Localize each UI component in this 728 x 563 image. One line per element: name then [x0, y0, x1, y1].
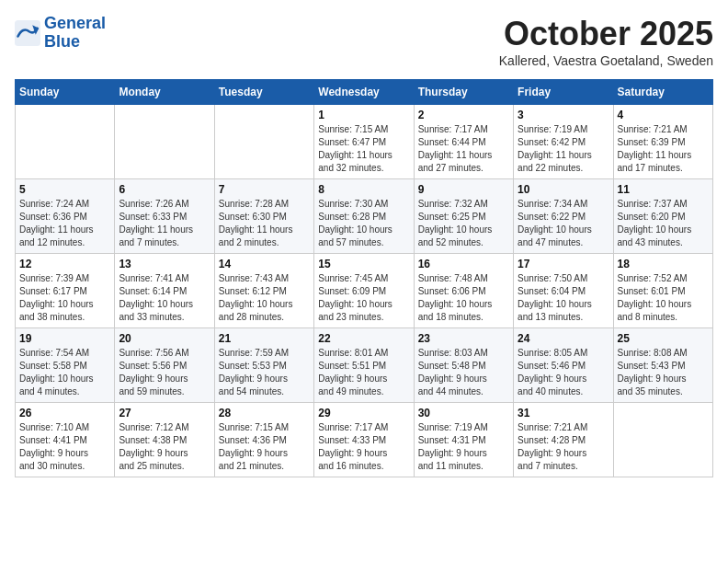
day-number: 9 [418, 183, 509, 196]
calendar-header-row: SundayMondayTuesdayWednesdayThursdayFrid… [16, 80, 713, 105]
day-detail: Sunrise: 7:39 AM Sunset: 6:17 PM Dayligh… [19, 272, 110, 324]
calendar-cell: 15Sunrise: 7:45 AM Sunset: 6:09 PM Dayli… [314, 254, 414, 328]
weekday-header-tuesday: Tuesday [214, 80, 313, 105]
day-detail: Sunrise: 7:32 AM Sunset: 6:25 PM Dayligh… [418, 198, 509, 249]
day-detail: Sunrise: 8:03 AM Sunset: 5:48 PM Dayligh… [418, 347, 509, 398]
day-number: 27 [119, 407, 210, 419]
calendar-cell: 3Sunrise: 7:19 AM Sunset: 6:42 PM Daylig… [514, 105, 613, 179]
calendar-cell: 12Sunrise: 7:39 AM Sunset: 6:17 PM Dayli… [16, 254, 115, 328]
day-detail: Sunrise: 7:21 AM Sunset: 6:39 PM Dayligh… [618, 123, 709, 175]
calendar-week-row: 12Sunrise: 7:39 AM Sunset: 6:17 PM Dayli… [16, 254, 713, 328]
day-detail: Sunrise: 7:48 AM Sunset: 6:06 PM Dayligh… [418, 272, 509, 324]
day-detail: Sunrise: 7:10 AM Sunset: 4:41 PM Dayligh… [19, 421, 110, 473]
day-number: 3 [518, 109, 609, 121]
day-detail: Sunrise: 7:50 AM Sunset: 6:04 PM Dayligh… [518, 272, 609, 324]
calendar-cell: 16Sunrise: 7:48 AM Sunset: 6:06 PM Dayli… [414, 254, 513, 328]
day-number: 1 [318, 109, 409, 121]
day-number: 28 [219, 407, 310, 419]
calendar-cell [214, 105, 313, 179]
calendar-cell: 13Sunrise: 7:41 AM Sunset: 6:14 PM Dayli… [115, 254, 214, 328]
calendar-cell: 1Sunrise: 7:15 AM Sunset: 6:47 PM Daylig… [314, 105, 414, 179]
weekday-header-thursday: Thursday [414, 80, 513, 105]
calendar-cell: 25Sunrise: 8:08 AM Sunset: 5:43 PM Dayli… [613, 328, 712, 403]
day-detail: Sunrise: 7:19 AM Sunset: 4:31 PM Dayligh… [418, 421, 509, 473]
title-block: October 2025 Kallered, Vaestra Goetaland… [499, 15, 713, 68]
day-detail: Sunrise: 7:34 AM Sunset: 6:22 PM Dayligh… [518, 198, 609, 249]
day-number: 11 [618, 183, 709, 196]
day-detail: Sunrise: 7:54 AM Sunset: 5:58 PM Dayligh… [19, 347, 110, 398]
day-detail: Sunrise: 7:28 AM Sunset: 6:30 PM Dayligh… [219, 198, 310, 249]
day-detail: Sunrise: 7:41 AM Sunset: 6:14 PM Dayligh… [119, 272, 210, 324]
calendar-cell: 19Sunrise: 7:54 AM Sunset: 5:58 PM Dayli… [16, 328, 115, 403]
day-number: 13 [119, 258, 210, 270]
day-detail: Sunrise: 7:19 AM Sunset: 6:42 PM Dayligh… [518, 123, 609, 175]
logo: General Blue [15, 15, 106, 52]
calendar-cell: 14Sunrise: 7:43 AM Sunset: 6:12 PM Dayli… [214, 254, 313, 328]
day-number: 23 [418, 332, 509, 345]
day-detail: Sunrise: 7:26 AM Sunset: 6:33 PM Dayligh… [119, 198, 210, 249]
calendar-cell [613, 403, 712, 477]
calendar-cell: 2Sunrise: 7:17 AM Sunset: 6:44 PM Daylig… [414, 105, 513, 179]
day-number: 21 [219, 332, 310, 345]
day-number: 6 [119, 183, 210, 196]
calendar-cell: 17Sunrise: 7:50 AM Sunset: 6:04 PM Dayli… [514, 254, 613, 328]
day-number: 30 [418, 407, 509, 419]
location-subtitle: Kallered, Vaestra Goetaland, Sweden [499, 53, 713, 68]
calendar-week-row: 5Sunrise: 7:24 AM Sunset: 6:36 PM Daylig… [16, 179, 713, 254]
day-number: 19 [19, 332, 110, 345]
calendar-cell: 8Sunrise: 7:30 AM Sunset: 6:28 PM Daylig… [314, 179, 414, 254]
calendar-table: SundayMondayTuesdayWednesdayThursdayFrid… [15, 79, 713, 477]
calendar-cell: 4Sunrise: 7:21 AM Sunset: 6:39 PM Daylig… [613, 105, 712, 179]
calendar-cell: 10Sunrise: 7:34 AM Sunset: 6:22 PM Dayli… [514, 179, 613, 254]
logo-text: General Blue [44, 15, 106, 52]
day-number: 14 [219, 258, 310, 270]
day-detail: Sunrise: 7:43 AM Sunset: 6:12 PM Dayligh… [219, 272, 310, 324]
day-number: 22 [318, 332, 409, 345]
calendar-cell: 18Sunrise: 7:52 AM Sunset: 6:01 PM Dayli… [613, 254, 712, 328]
day-number: 18 [618, 258, 709, 270]
month-title: October 2025 [499, 15, 713, 53]
day-number: 17 [518, 258, 609, 270]
calendar-week-row: 26Sunrise: 7:10 AM Sunset: 4:41 PM Dayli… [16, 403, 713, 477]
calendar-cell: 22Sunrise: 8:01 AM Sunset: 5:51 PM Dayli… [314, 328, 414, 403]
calendar-cell [115, 105, 214, 179]
day-number: 31 [518, 407, 609, 419]
day-detail: Sunrise: 7:17 AM Sunset: 6:44 PM Dayligh… [418, 123, 509, 175]
calendar-week-row: 1Sunrise: 7:15 AM Sunset: 6:47 PM Daylig… [16, 105, 713, 179]
day-detail: Sunrise: 7:15 AM Sunset: 6:47 PM Dayligh… [318, 123, 409, 175]
calendar-cell: 6Sunrise: 7:26 AM Sunset: 6:33 PM Daylig… [115, 179, 214, 254]
day-number: 20 [119, 332, 210, 345]
calendar-cell: 26Sunrise: 7:10 AM Sunset: 4:41 PM Dayli… [16, 403, 115, 477]
day-detail: Sunrise: 7:56 AM Sunset: 5:56 PM Dayligh… [119, 347, 210, 398]
day-number: 4 [618, 109, 709, 121]
calendar-cell: 11Sunrise: 7:37 AM Sunset: 6:20 PM Dayli… [613, 179, 712, 254]
day-number: 12 [19, 258, 110, 270]
day-detail: Sunrise: 7:52 AM Sunset: 6:01 PM Dayligh… [618, 272, 709, 324]
day-detail: Sunrise: 7:45 AM Sunset: 6:09 PM Dayligh… [318, 272, 409, 324]
weekday-header-wednesday: Wednesday [314, 80, 414, 105]
day-number: 15 [318, 258, 409, 270]
page-header: General Blue October 2025 Kallered, Vaes… [15, 15, 713, 68]
day-number: 29 [318, 407, 409, 419]
day-detail: Sunrise: 7:21 AM Sunset: 4:28 PM Dayligh… [518, 421, 609, 473]
calendar-cell: 23Sunrise: 8:03 AM Sunset: 5:48 PM Dayli… [414, 328, 513, 403]
day-number: 5 [19, 183, 110, 196]
day-detail: Sunrise: 7:37 AM Sunset: 6:20 PM Dayligh… [618, 198, 709, 249]
day-detail: Sunrise: 7:59 AM Sunset: 5:53 PM Dayligh… [219, 347, 310, 398]
calendar-cell: 29Sunrise: 7:17 AM Sunset: 4:33 PM Dayli… [314, 403, 414, 477]
day-number: 8 [318, 183, 409, 196]
calendar-cell: 5Sunrise: 7:24 AM Sunset: 6:36 PM Daylig… [16, 179, 115, 254]
calendar-cell: 24Sunrise: 8:05 AM Sunset: 5:46 PM Dayli… [514, 328, 613, 403]
weekday-header-friday: Friday [514, 80, 613, 105]
day-detail: Sunrise: 8:05 AM Sunset: 5:46 PM Dayligh… [518, 347, 609, 398]
day-detail: Sunrise: 7:12 AM Sunset: 4:38 PM Dayligh… [119, 421, 210, 473]
calendar-cell: 9Sunrise: 7:32 AM Sunset: 6:25 PM Daylig… [414, 179, 513, 254]
day-detail: Sunrise: 7:30 AM Sunset: 6:28 PM Dayligh… [318, 198, 409, 249]
calendar-cell: 7Sunrise: 7:28 AM Sunset: 6:30 PM Daylig… [214, 179, 313, 254]
day-number: 10 [518, 183, 609, 196]
logo-icon [15, 20, 40, 46]
calendar-week-row: 19Sunrise: 7:54 AM Sunset: 5:58 PM Dayli… [16, 328, 713, 403]
calendar-cell: 28Sunrise: 7:15 AM Sunset: 4:36 PM Dayli… [214, 403, 313, 477]
calendar-cell: 27Sunrise: 7:12 AM Sunset: 4:38 PM Dayli… [115, 403, 214, 477]
day-number: 16 [418, 258, 509, 270]
